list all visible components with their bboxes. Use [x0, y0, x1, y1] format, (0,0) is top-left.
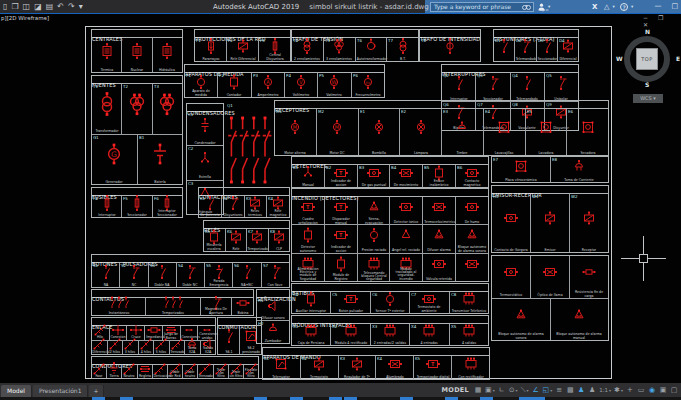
designator-label: C2 — [188, 146, 193, 151]
snap-icon[interactable]: ▣▾ — [484, 384, 496, 396]
autoscale-icon[interactable]: ♟ — [587, 384, 597, 396]
symbol-label: Interruptor Seccionador — [154, 210, 181, 217]
symbol-cell: F5Seccionador — [121, 196, 151, 217]
symbol-label: Regleta — [138, 375, 151, 378]
model-space-label[interactable]: MODEL — [442, 386, 469, 394]
a360-button[interactable]: X — [592, 1, 597, 12]
grid-icon[interactable]: ▦ — [473, 384, 483, 396]
designator-label: E6 — [568, 109, 573, 114]
symbol-label: Motor alterna — [277, 152, 314, 155]
det-symbol-icon — [504, 210, 518, 230]
object-snap-icon[interactable]: ◱▾ — [542, 384, 554, 396]
polar-tracking-icon[interactable]: ⊙▾ — [508, 384, 519, 396]
sw-symbol-icon — [497, 38, 511, 58]
sign-in-label: Sign In — [538, 9, 549, 12]
designator-label: T8 — [421, 38, 426, 43]
wcs-dropdown[interactable]: WCS ▾ — [633, 94, 663, 103]
annotation-scale-icon[interactable]: 1:1▾ — [598, 384, 612, 396]
designator-label: Q3 — [477, 73, 483, 78]
tab-model[interactable]: Model — [1, 385, 32, 397]
symbol-cell: Termovelocimétrico — [422, 197, 455, 224]
svg-text:Hz: Hz — [366, 80, 371, 84]
circV-symbol-icon: V — [294, 74, 308, 94]
designator-label: H3 — [493, 194, 499, 199]
trafo2-symbol-icon — [396, 38, 410, 58]
section-row: FaseTierraNeutroRegletaDerivaciónCable d… — [92, 365, 258, 378]
tab-presentaci-n1[interactable]: Presentación1 — [33, 385, 88, 397]
autotr-symbol-icon — [364, 38, 378, 58]
symbol-label: Temporizador digital — [416, 376, 450, 379]
symbol-label: Hidráulica — [154, 69, 181, 72]
viewcube[interactable]: N W S E TOP WCS ▾ — [619, 28, 681, 114]
symbol-label: Indicador de acción — [326, 246, 355, 253]
new-file-icon[interactable]: ▯ — [3, 1, 7, 12]
designator-label: S4 — [178, 263, 183, 268]
annotation-monitor-icon[interactable]: + — [625, 384, 635, 396]
new-layout-button[interactable]: + — [89, 385, 103, 397]
symbol-cell: Bobina — [231, 298, 253, 315]
compass-north[interactable]: N — [645, 28, 650, 35]
section-incendio-detectores: INCENDIO (DETECTORES)Cuadro señalización… — [291, 188, 489, 282]
compass-east[interactable]: E — [676, 55, 680, 62]
help-button[interactable]: ?▾ — [620, 1, 633, 12]
search-input[interactable]: Type a keyword or phrase — [430, 2, 534, 12]
search-go[interactable] — [522, 1, 531, 12]
object-snap-tracking-icon[interactable]: ∠ — [531, 384, 541, 396]
symbol-label: Zumbador — [258, 340, 287, 343]
graphics-performance-icon[interactable]: ◉ — [647, 384, 657, 396]
sign-in-button[interactable]: Sign In ▾ — [538, 1, 550, 12]
exchange-apps-button[interactable]: △▾ — [604, 1, 615, 12]
symbol-label: Parada Emergencia — [206, 280, 231, 287]
transparency-icon[interactable]: ▩ — [565, 384, 575, 396]
app-title: Autodesk AutoCAD 2019 — [213, 3, 299, 11]
symbol-cell: Alimentación Eléctrica y módulo de Segur… — [292, 254, 324, 281]
boxpins-symbol-icon — [422, 323, 436, 343]
workspace-icon[interactable]: ✱▾ — [613, 384, 624, 396]
quick-properties-icon[interactable]: ▭ — [636, 384, 646, 396]
det-symbol-icon — [465, 199, 479, 219]
clean-screen-icon[interactable]: ▢ — [669, 384, 679, 396]
gen-symbol-icon: G — [104, 142, 125, 170]
drawing-canvas[interactable]: p][2D Wireframe] − ❐ ✕ CENTRALESTérmicaN… — [0, 14, 681, 383]
detx-symbol-icon — [465, 256, 479, 276]
section-row: C1Condensador — [187, 112, 223, 145]
symbol-label: 3 enrolamientos — [325, 58, 353, 61]
designator-label: F6 — [154, 196, 159, 201]
minimize-button[interactable]: — — [654, 1, 661, 12]
plot-icon[interactable]: ▤ — [46, 1, 54, 12]
save-icon[interactable]: ◫ — [23, 1, 31, 12]
saveas-icon[interactable]: ◪ — [34, 1, 42, 12]
designator-label: B1 — [139, 135, 144, 140]
compass-south[interactable]: S — [645, 81, 649, 88]
crosshair-line — [648, 258, 666, 259]
ortho-icon[interactable]: ∟ — [497, 384, 507, 396]
section-conmutador: CONMUTADORS6.1S6.2 presionado — [217, 317, 262, 355]
lineweight-icon[interactable]: ≡ — [554, 384, 564, 396]
section-aparatos-medida: APARATOS DE MEDIDAP1Aparato de medidaP2C… — [184, 64, 385, 98]
designator-label: T3 — [154, 84, 159, 89]
section-row: C2Estrella — [187, 145, 223, 179]
maximize-button[interactable]: □ — [671, 1, 678, 12]
isolate-objects-icon[interactable]: ▣ — [658, 384, 668, 396]
open-file-icon[interactable]: ❒ — [11, 1, 18, 12]
compass-west[interactable]: W — [616, 55, 623, 62]
viewport-controls[interactable]: p][2D Wireframe] — [1, 15, 49, 21]
designator-label: K2 — [302, 356, 307, 361]
qat-menu-icon[interactable]: ▾ — [79, 1, 83, 12]
isodraft-icon[interactable]: ⟍▾ — [520, 384, 530, 396]
viewcube-top-face[interactable]: TOP — [636, 48, 658, 70]
circHz-symbol-icon: Hz — [361, 74, 375, 94]
undo-icon[interactable]: ↶ — [57, 1, 64, 12]
section-receptores: RECEPTORESM1MMotor alternaM2MMotor DCE1B… — [274, 100, 609, 156]
symbol-cell: E4Lavavajillas — [483, 109, 525, 155]
document-window-controls[interactable]: − ❐ ✕ — [643, 14, 681, 28]
trafo2-symbol-icon — [300, 38, 314, 58]
lamp-symbol-icon — [414, 119, 428, 139]
annotation-visibility-icon[interactable]: ♟ — [576, 384, 586, 396]
box-symbol-icon — [304, 291, 318, 311]
section-reles: RELÉSK5Minutería escaleraK6ReléK7Tempori… — [203, 220, 290, 252]
alarm-symbol-icon — [432, 227, 446, 247]
designator-label: S5 — [206, 263, 211, 268]
redo-icon[interactable]: ↷ — [68, 1, 75, 12]
cap-symbol-icon — [198, 117, 212, 137]
